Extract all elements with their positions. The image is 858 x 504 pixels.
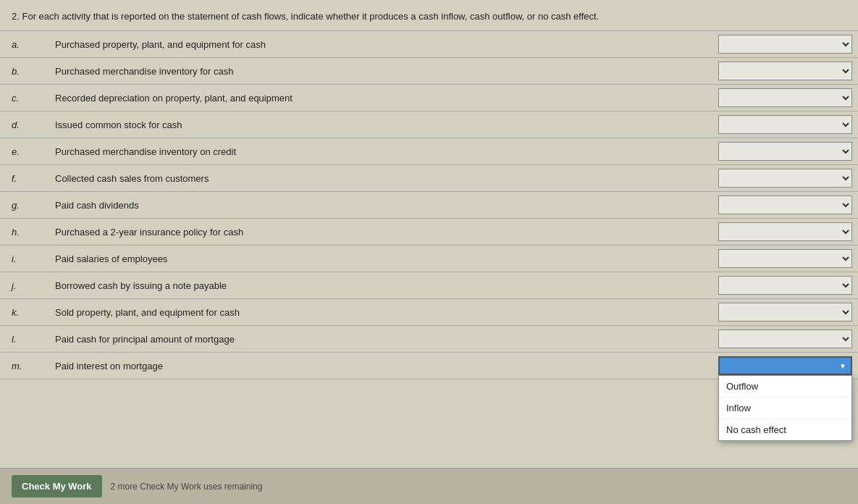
dropdown-option-inflow[interactable]: Inflow [719, 398, 851, 419]
activity-text-b: Purchased merchandise inventory for cash [43, 58, 707, 85]
activity-row-d: d.Issued common stock for cashOutflowInf… [0, 112, 858, 138]
activity-dropdown-cell-b: OutflowInflowNo cash effect [707, 58, 858, 85]
activity-text-e: Purchased merchandise inventory on credi… [43, 138, 707, 165]
check-work-remaining: 2 more Check My Work uses remaining [111, 482, 263, 492]
activity-dropdown-cell-f: OutflowInflowNo cash effect [707, 165, 858, 192]
activity-dropdown-cell-k: OutflowInflowNo cash effect [707, 299, 858, 326]
activity-dropdown-cell-j: OutflowInflowNo cash effect [707, 272, 858, 299]
activity-select-b[interactable]: OutflowInflowNo cash effect [718, 62, 852, 80]
activity-label-c: c. [0, 85, 43, 112]
activity-label-d: d. [0, 112, 43, 138]
activity-row-g: g.Paid cash dividendsOutflowInflowNo cas… [0, 192, 858, 219]
dropdown-option-no-cash-effect[interactable]: No cash effect [719, 419, 851, 440]
activity-label-b: b. [0, 58, 43, 85]
activity-row-f: f.Collected cash sales from customersOut… [0, 165, 858, 192]
question-text: For each activity that is reported on th… [22, 11, 599, 22]
activity-dropdown-cell-l: OutflowInflowNo cash effect [707, 326, 858, 353]
activities-table: a.Purchased property, plant, and equipme… [0, 30, 858, 379]
dropdown-popup-m: OutflowInflowNo cash effect [718, 375, 852, 441]
open-select-display-m[interactable] [718, 356, 852, 375]
activity-row-b: b.Purchased merchandise inventory for ca… [0, 58, 858, 85]
activity-label-j: j. [0, 272, 43, 299]
main-container: 2. For each activity that is reported on… [0, 0, 858, 504]
activity-row-c: c.Recorded depreciation on property, pla… [0, 85, 858, 112]
activity-row-m: m.Paid interest on mortgage OutflowInflo… [0, 353, 858, 379]
activity-dropdown-cell-a: OutflowInflowNo cash effect [707, 31, 858, 58]
activity-text-a: Purchased property, plant, and equipment… [43, 31, 707, 58]
activity-row-h: h.Purchased a 2-year insurance policy fo… [0, 219, 858, 245]
activity-text-d: Issued common stock for cash [43, 112, 707, 138]
open-select-wrapper-m: OutflowInflowNo cash effect [718, 356, 852, 375]
activity-select-f[interactable]: OutflowInflowNo cash effect [718, 169, 852, 188]
activity-select-a[interactable]: OutflowInflowNo cash effect [718, 35, 852, 54]
activity-label-g: g. [0, 192, 43, 219]
check-work-button[interactable]: Check My Work [12, 475, 102, 497]
activity-select-c[interactable]: OutflowInflowNo cash effect [718, 88, 852, 107]
activity-label-m: m. [0, 353, 43, 379]
activity-dropdown-cell-i: OutflowInflowNo cash effect [707, 245, 858, 272]
activity-dropdown-cell-d: OutflowInflowNo cash effect [707, 112, 858, 138]
activity-row-j: j.Borrowed cash by issuing a note payabl… [0, 272, 858, 299]
activity-label-a: a. [0, 31, 43, 58]
activity-text-l: Paid cash for principal amount of mortga… [43, 326, 707, 353]
activity-row-l: l.Paid cash for principal amount of mort… [0, 326, 858, 353]
activity-text-i: Paid salaries of employees [43, 245, 707, 272]
dropdown-option-outflow[interactable]: Outflow [719, 376, 851, 398]
activities-table-wrapper: a.Purchased property, plant, and equipme… [0, 30, 858, 379]
activity-text-h: Purchased a 2-year insurance policy for … [43, 219, 707, 245]
activity-label-e: e. [0, 138, 43, 165]
activity-text-j: Borrowed cash by issuing a note payable [43, 272, 707, 299]
activity-row-k: k.Sold property, plant, and equipment fo… [0, 299, 858, 326]
activity-label-h: h. [0, 219, 43, 245]
activity-label-k: k. [0, 299, 43, 326]
activity-select-i[interactable]: OutflowInflowNo cash effect [718, 249, 852, 268]
activity-text-k: Sold property, plant, and equipment for … [43, 299, 707, 326]
activity-label-f: f. [0, 165, 43, 192]
activity-dropdown-cell-g: OutflowInflowNo cash effect [707, 192, 858, 219]
activity-select-h[interactable]: OutflowInflowNo cash effect [718, 222, 852, 241]
activity-text-c: Recorded depreciation on property, plant… [43, 85, 707, 112]
question-header: 2. For each activity that is reported on… [0, 7, 858, 29]
activity-text-f: Collected cash sales from customers [43, 165, 707, 192]
activity-select-d[interactable]: OutflowInflowNo cash effect [718, 115, 852, 134]
activity-select-k[interactable]: OutflowInflowNo cash effect [718, 303, 852, 322]
activity-dropdown-cell-c: OutflowInflowNo cash effect [707, 85, 858, 112]
question-number: 2. [12, 11, 20, 22]
activity-dropdown-cell-e: OutflowInflowNo cash effect [707, 138, 858, 165]
activity-label-l: l. [0, 326, 43, 353]
activity-select-l[interactable]: OutflowInflowNo cash effect [718, 329, 852, 348]
activity-row-i: i.Paid salaries of employeesOutflowInflo… [0, 245, 858, 272]
activity-label-i: i. [0, 245, 43, 272]
activity-select-j[interactable]: OutflowInflowNo cash effect [718, 276, 852, 295]
bottom-bar: Check My Work 2 more Check My Work uses … [0, 468, 858, 504]
activity-dropdown-cell-m: OutflowInflowNo cash effect [707, 353, 858, 379]
activity-row-a: a.Purchased property, plant, and equipme… [0, 31, 858, 58]
activity-select-g[interactable]: OutflowInflowNo cash effect [718, 196, 852, 214]
activity-text-m: Paid interest on mortgage [43, 353, 707, 379]
activity-dropdown-cell-h: OutflowInflowNo cash effect [707, 219, 858, 245]
activity-select-e[interactable]: OutflowInflowNo cash effect [718, 142, 852, 161]
activity-text-g: Paid cash dividends [43, 192, 707, 219]
activity-row-e: e.Purchased merchandise inventory on cre… [0, 138, 858, 165]
